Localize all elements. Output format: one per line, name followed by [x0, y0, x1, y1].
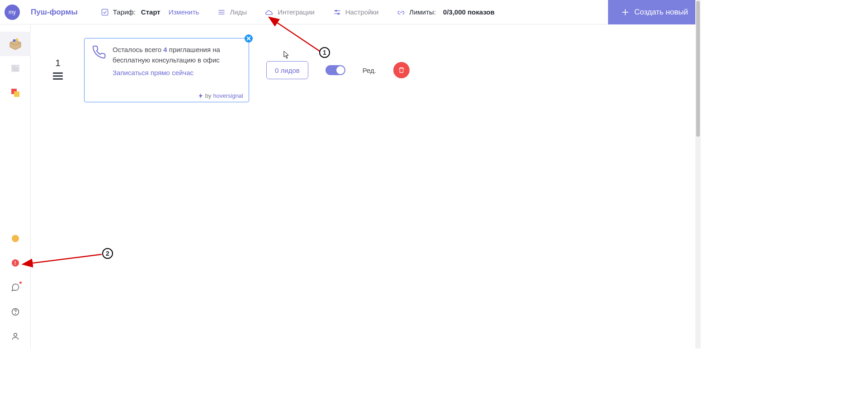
nav-settings[interactable]: Настройки: [333, 8, 379, 17]
tariff-plan: Старт: [141, 8, 160, 16]
trash-icon: [398, 67, 405, 74]
rail-item-templates[interactable]: [0, 56, 31, 81]
side-rail: !: [0, 24, 31, 348]
svg-rect-10: [13, 39, 15, 42]
dot-icon: [12, 235, 19, 242]
svg-point-20: [14, 333, 17, 336]
rail-item-chat[interactable]: [0, 275, 31, 300]
limits-value: 0/3,000 показов: [443, 8, 495, 16]
svg-rect-11: [16, 38, 18, 41]
scrollbar-thumb[interactable]: [696, 1, 700, 137]
limits-block: Лимиты: 0/3,000 показов: [396, 8, 495, 17]
plus-icon: [621, 8, 630, 17]
form-row: 1 Осталось всего 4 приглашения на беспла…: [49, 38, 677, 102]
tariff-block: Тариф: Старт Изменить: [100, 8, 199, 17]
box-icon: [9, 38, 22, 50]
create-button[interactable]: Создать новый: [608, 0, 701, 24]
rail-item-shapes[interactable]: [0, 81, 31, 105]
card-count: 4: [163, 46, 167, 53]
nav-integrations[interactable]: Интеграции: [265, 8, 315, 17]
svg-rect-17: [14, 91, 19, 97]
leads-count-button[interactable]: 0 лидов: [266, 61, 308, 79]
user-icon: [11, 332, 20, 341]
bolt-icon: [198, 93, 203, 99]
rail-item-alert[interactable]: !: [0, 251, 31, 275]
row-index: 1: [49, 57, 67, 83]
active-toggle[interactable]: [326, 65, 345, 75]
cloud-icon: [265, 8, 274, 17]
limits-label: Лимиты:: [409, 8, 436, 16]
rail-item-account[interactable]: [0, 324, 31, 348]
avatar[interactable]: my: [5, 5, 20, 20]
alert-icon: !: [12, 259, 19, 267]
scrollbar[interactable]: [695, 0, 701, 348]
close-icon: [246, 36, 251, 41]
nav-integrations-label: Интеграции: [278, 8, 315, 16]
card-by-prefix: by: [205, 92, 212, 99]
drag-handle[interactable]: [52, 71, 64, 83]
drag-icon: [52, 71, 64, 81]
card-text-a: Осталось всего: [113, 46, 161, 53]
chat-icon: [11, 283, 20, 292]
main-area: 1 Осталось всего 4 приглашения на беспла…: [31, 24, 695, 348]
phone-icon: [92, 45, 106, 78]
delete-button[interactable]: [393, 62, 410, 78]
svg-rect-0: [102, 9, 108, 15]
row-index-number: 1: [55, 57, 61, 68]
sliders-icon: [333, 8, 342, 17]
rail-item-notifications[interactable]: [0, 226, 31, 251]
shapes-icon: [10, 88, 20, 98]
card-footer: by hoversignal: [198, 92, 243, 99]
tariff-change-link[interactable]: Изменить: [169, 8, 199, 16]
edit-link[interactable]: Ред.: [363, 67, 376, 74]
document-icon: [10, 63, 20, 73]
top-bar: my Пуш-формы Тариф: Старт Изменить Лиды …: [0, 0, 701, 24]
card-cta-link[interactable]: Записаться прямо сейчас: [113, 68, 241, 78]
nav-settings-label: Настройки: [345, 8, 379, 16]
card-by-link[interactable]: hoversignal: [213, 92, 244, 99]
tariff-label: Тариф:: [113, 8, 136, 16]
help-icon: [11, 307, 20, 316]
list-icon: [217, 8, 226, 17]
create-button-label: Создать новый: [634, 8, 688, 17]
brand-title: Пуш-формы: [31, 8, 78, 17]
nav-leads[interactable]: Лиды: [217, 8, 247, 17]
card-text: Осталось всего 4 приглашения на бесплатн…: [113, 45, 241, 78]
push-form-card[interactable]: Осталось всего 4 приглашения на бесплатн…: [84, 38, 249, 102]
toggle-knob: [336, 66, 344, 74]
nav-leads-label: Лиды: [230, 8, 247, 16]
rail-item-help[interactable]: [0, 300, 31, 324]
checkbox-icon: [100, 8, 109, 17]
svg-point-19: [15, 314, 15, 314]
rail-item-pushforms[interactable]: [0, 32, 31, 56]
link-icon: [396, 8, 406, 17]
card-close-button[interactable]: [245, 34, 253, 43]
